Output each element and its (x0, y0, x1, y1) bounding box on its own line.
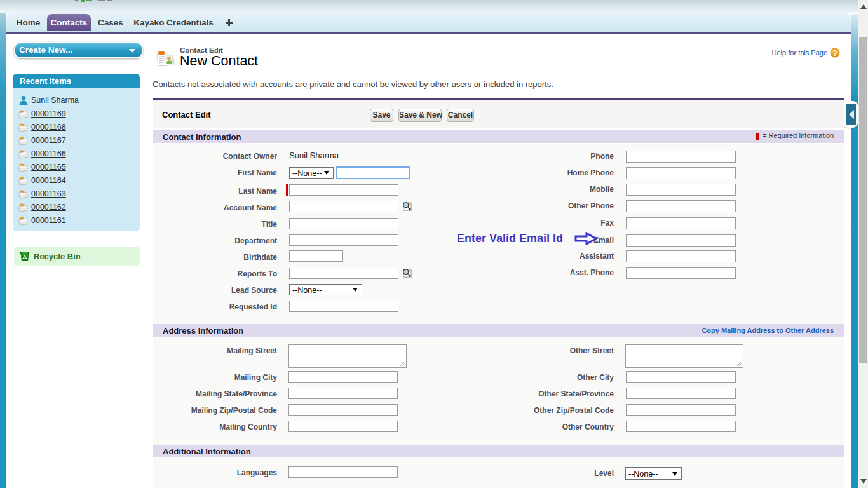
svg-text:?: ? (832, 49, 837, 58)
